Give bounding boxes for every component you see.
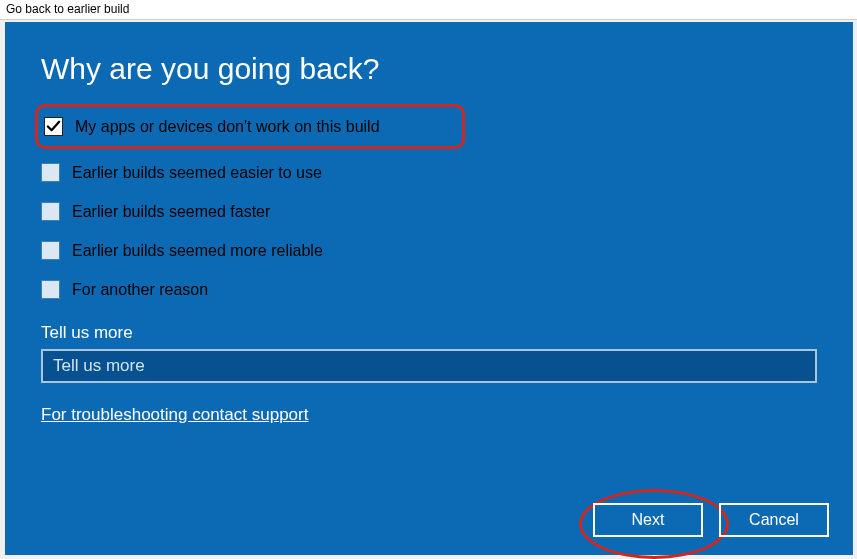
option-label: Earlier builds seemed easier to use xyxy=(72,164,322,182)
option-label: My apps or devices don't work on this bu… xyxy=(75,118,380,136)
option-reliable[interactable]: Earlier builds seemed more reliable xyxy=(41,241,817,260)
checkbox-another-reason[interactable] xyxy=(41,280,60,299)
tell-us-more-input[interactable] xyxy=(41,349,817,383)
window-titlebar: Go back to earlier build xyxy=(0,0,857,20)
window-title: Go back to earlier build xyxy=(6,2,129,16)
cancel-button[interactable]: Cancel xyxy=(719,503,829,537)
check-icon xyxy=(46,119,61,134)
highlight-annotation-1: My apps or devices don't work on this bu… xyxy=(35,104,465,149)
option-another-reason[interactable]: For another reason xyxy=(41,280,817,299)
main-panel: Why are you going back? My apps or devic… xyxy=(5,22,853,555)
page-heading: Why are you going back? xyxy=(41,52,817,86)
option-apps-devices[interactable]: My apps or devices don't work on this bu… xyxy=(44,117,450,136)
option-easier[interactable]: Earlier builds seemed easier to use xyxy=(41,163,817,182)
option-label: For another reason xyxy=(72,281,208,299)
button-row: Next Cancel xyxy=(593,503,829,537)
tell-us-more-label: Tell us more xyxy=(41,323,817,343)
checkbox-apps-devices[interactable] xyxy=(44,117,63,136)
option-faster[interactable]: Earlier builds seemed faster xyxy=(41,202,817,221)
troubleshooting-link[interactable]: For troubleshooting contact support xyxy=(41,405,308,425)
options-list: My apps or devices don't work on this bu… xyxy=(41,104,817,299)
checkbox-faster[interactable] xyxy=(41,202,60,221)
checkbox-reliable[interactable] xyxy=(41,241,60,260)
next-button[interactable]: Next xyxy=(593,503,703,537)
option-label: Earlier builds seemed more reliable xyxy=(72,242,323,260)
option-label: Earlier builds seemed faster xyxy=(72,203,270,221)
checkbox-easier[interactable] xyxy=(41,163,60,182)
